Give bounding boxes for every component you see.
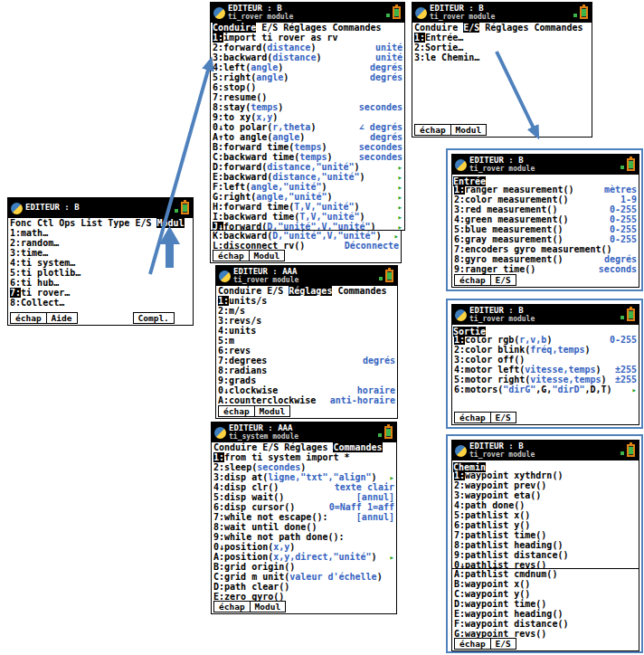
menu-item[interactable]: 3:revs/s <box>216 316 397 326</box>
menu-item[interactable]: 3:red_measurement()0-255 <box>452 204 639 214</box>
menu-item[interactable]: 9:grads <box>216 375 397 385</box>
menu-item[interactable]: 1:waypoint_xythdrn() <box>452 470 639 480</box>
menu-item[interactable]: 8:wait_until_done() <box>212 522 396 532</box>
menu-item[interactable]: 3:color_off() <box>452 355 639 365</box>
softkey-echap[interactable]: échap <box>454 638 491 650</box>
menu-item[interactable]: 1:ranger_measurement()mètres <box>452 185 639 195</box>
menu-item[interactable]: 4:ti_system… <box>8 258 193 268</box>
menu-item[interactable]: 6:disp_cursor()0=Naff 1=aff <box>212 502 396 512</box>
menu-item[interactable]: 5:blue_measurement()0-255 <box>452 224 639 234</box>
tab-ctl[interactable]: Ctl <box>37 218 53 228</box>
menu-item[interactable]: 1:Entrée… <box>412 33 592 43</box>
menu-item[interactable]: 2:waypoint_prev() <box>452 480 639 490</box>
menu-item[interactable]: 8:pathlist_heading() <box>452 540 639 550</box>
softkey-echap[interactable]: échap <box>10 312 47 324</box>
menu-item[interactable]: 9:ranger_time()seconds <box>452 264 639 274</box>
softkey-modul[interactable]: Modul <box>250 601 287 612</box>
tab-e-s[interactable]: E/S <box>463 23 479 33</box>
menu-item[interactable]: 8:stay(temps)secondes <box>211 102 404 112</box>
menu-item[interactable]: 8:Collect… <box>8 298 193 308</box>
menu-item[interactable]: B:grid_origin() <box>212 562 396 572</box>
softkey-e-s[interactable]: E/S <box>490 638 516 650</box>
softkey-echap[interactable]: échap <box>213 601 251 612</box>
softkey-aide[interactable]: Aide <box>46 312 78 324</box>
menu-item[interactable]: 3:disp_at(ligne,"txt","align")▸ <box>212 472 396 482</box>
menu-item[interactable]: 7:encoders_gyro_measurement() <box>452 244 639 254</box>
menu-item[interactable]: 4:motor_left(vitesse,temps)±255 <box>452 365 639 375</box>
menu-item[interactable]: A↑to_angle(angle)degrés <box>211 132 404 142</box>
menu-item[interactable]: 5:disp_wait()[annul] <box>212 492 396 502</box>
tab-commandes[interactable]: Commandes <box>333 442 382 452</box>
tab-e-s[interactable]: E/S <box>262 442 279 452</box>
menu-item[interactable]: B:waypoint_x() <box>452 579 639 589</box>
tab-fonc[interactable]: Fonc <box>10 218 32 228</box>
softkey-modul[interactable]: Modul <box>254 405 291 417</box>
tab-reglages[interactable]: Réglages <box>289 286 332 296</box>
menu-item[interactable]: C:waypoint_y() <box>452 589 639 599</box>
menu-item[interactable]: 4:green_measurement()0-255 <box>452 214 639 224</box>
menu-item[interactable]: 3:time… <box>8 248 193 258</box>
menu-item[interactable]: E:waypoint_heading() <box>452 609 639 619</box>
tab-reglages[interactable]: Réglages <box>485 23 528 33</box>
menu-item[interactable]: E:backward(distance,"unité")▸ <box>211 172 404 182</box>
menu-item[interactable]: 7:while not escape():[annul] <box>212 512 396 522</box>
menu-item[interactable]: 1:color_rgb(r,v,b)0-255 <box>452 335 639 345</box>
softkey-echap[interactable]: échap <box>213 250 250 261</box>
menu-item[interactable]: 4:path_done() <box>452 500 639 510</box>
menu-item[interactable]: 9:to_xy(x,y) <box>211 112 404 122</box>
menu-item[interactable]: 6:motors("dirG",G,"dirD",D,T)▸ <box>452 384 639 394</box>
tab-conduire[interactable]: Conduire <box>213 442 257 452</box>
menu-item[interactable]: 2:forward(distance)unité <box>211 43 404 52</box>
menu-item[interactable]: 2:Sortie… <box>412 43 592 52</box>
menu-item[interactable]: 6:gray_measurement()0-255 <box>452 234 639 244</box>
tab-commandes[interactable]: Commandes <box>332 23 381 33</box>
tab-e-s[interactable]: E/S <box>135 218 151 228</box>
menu-item[interactable]: 3:le Chemin… <box>412 52 592 62</box>
menu-item[interactable]: D:path_clear() <box>212 582 396 592</box>
menu-item[interactable]: F:left(angle,"unité")▸ <box>211 182 404 192</box>
menu-item[interactable]: 5:ti_plotlib… <box>8 268 193 278</box>
tab-reglages[interactable]: Réglages <box>283 23 327 33</box>
menu-item[interactable]: 1:math… <box>8 228 193 238</box>
menu-item[interactable]: C:backward_time(temps)secondes <box>211 152 404 162</box>
menu-item[interactable]: 4:left(angle)degrés <box>211 62 404 72</box>
menu-item[interactable]: 1:from ti_system import * <box>212 452 396 462</box>
menu-item[interactable]: 7:degreesdegrés <box>216 356 397 365</box>
menu-item[interactable]: 5:m <box>216 336 397 346</box>
menu-item[interactable]: I:backward_time(T,V,"unité")▸ <box>211 212 404 222</box>
menu-item[interactable]: 4:disp_clr()texte clair <box>212 482 396 492</box>
menu-item[interactable]: 0↓position(x,y) <box>212 542 396 552</box>
menu-item[interactable]: 1:units/s <box>216 296 397 306</box>
menu-item[interactable]: K:backward(D,"unité",V,"unité")▸ <box>211 231 401 241</box>
tab-commandes[interactable]: Commandes <box>337 286 386 296</box>
menu-item[interactable]: 4:units <box>216 326 397 336</box>
menu-item[interactable]: D:waypoint_time() <box>452 599 639 609</box>
tab-ops[interactable]: Ops <box>59 218 75 228</box>
menu-item[interactable]: A:counterclockwise anti-horaire <box>216 395 397 405</box>
menu-item[interactable]: 3:waypoint_eta() <box>452 490 639 500</box>
menu-item[interactable]: 6:pathlist_y() <box>452 520 639 530</box>
menu-item[interactable]: A:position(x,y,direct,"unité")▸ <box>212 552 396 562</box>
softkey-compl[interactable]: Compl. <box>133 312 175 324</box>
menu-item[interactable]: 6:ti_hub… <box>8 278 193 288</box>
menu-item[interactable]: 5:motor_right(vitesse,temps)±255 <box>452 375 639 384</box>
softkey-echap[interactable]: échap <box>454 274 491 286</box>
menu-item[interactable]: B:forward_time(temps)secondes <box>211 142 404 152</box>
menu-item[interactable]: 2:color_measurement()1-9 <box>452 195 639 204</box>
menu-item[interactable]: 2:m/s <box>216 306 397 316</box>
softkey-e-s[interactable]: E/S <box>490 412 516 423</box>
softkey-echap[interactable]: échap <box>218 405 255 417</box>
softkey-e-s[interactable]: E/S <box>490 274 516 286</box>
menu-item[interactable]: 5:right(angle)degrés <box>211 72 404 82</box>
tab-e-s[interactable]: E/S <box>267 286 283 296</box>
menu-item[interactable]: 6:stop() <box>211 82 404 92</box>
menu-item[interactable]: C:grid_m_unit(valeur_d'échelle) <box>212 572 396 582</box>
softkey-modul[interactable]: Modul <box>450 124 488 136</box>
menu-item[interactable]: 7:ti_rover… <box>8 288 193 298</box>
softkey-echap[interactable]: échap <box>414 124 451 136</box>
tab-type[interactable]: Type <box>108 218 129 228</box>
menu-item[interactable]: 7:resume() <box>211 92 404 102</box>
tab-modul[interactable]: Modul <box>156 218 184 228</box>
tab-commandes[interactable]: Commandes <box>534 23 582 33</box>
menu-item[interactable]: 2:random… <box>8 238 193 248</box>
